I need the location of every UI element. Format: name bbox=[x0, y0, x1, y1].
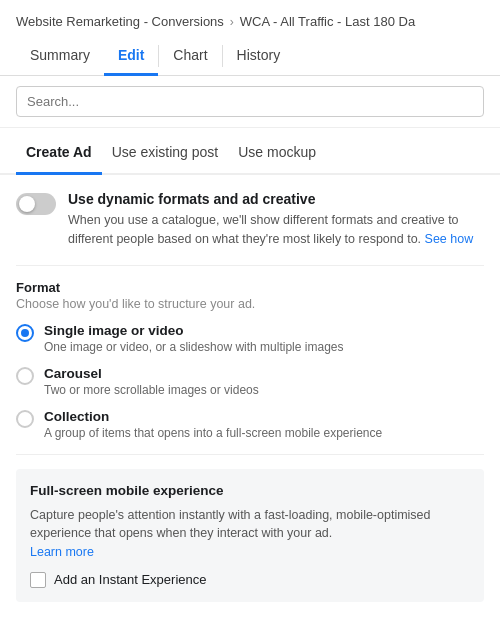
learn-more-link[interactable]: Learn more bbox=[30, 545, 94, 559]
radio-circle-single bbox=[16, 324, 34, 342]
dynamic-formats-title: Use dynamic formats and ad creative bbox=[68, 191, 484, 207]
format-label: Format bbox=[16, 280, 484, 295]
search-input[interactable] bbox=[16, 86, 484, 117]
section-divider-2 bbox=[16, 454, 484, 455]
section-divider-1 bbox=[16, 265, 484, 266]
dynamic-formats-toggle[interactable] bbox=[16, 193, 56, 215]
search-area bbox=[0, 76, 500, 128]
tab-chart[interactable]: Chart bbox=[159, 37, 221, 76]
format-section: Format Choose how you'd like to structur… bbox=[16, 280, 484, 440]
see-how-link[interactable]: See how bbox=[425, 232, 474, 246]
tab-history[interactable]: History bbox=[223, 37, 295, 76]
tab-summary[interactable]: Summary bbox=[16, 37, 104, 76]
radio-carousel[interactable]: Carousel Two or more scrollable images o… bbox=[16, 366, 484, 397]
radio-collection[interactable]: Collection A group of items that opens i… bbox=[16, 409, 484, 440]
ad-type-tabs: Create Ad Use existing post Use mockup bbox=[0, 132, 500, 175]
tab-use-mockup[interactable]: Use mockup bbox=[228, 132, 326, 175]
fullscreen-description: Capture people's attention instantly wit… bbox=[30, 506, 470, 562]
radio-single-image[interactable]: Single image or video One image or video… bbox=[16, 323, 484, 354]
tab-use-existing-post[interactable]: Use existing post bbox=[102, 132, 229, 175]
breadcrumb-part1: Website Remarketing - Conversions bbox=[16, 14, 224, 29]
dynamic-formats-text: Use dynamic formats and ad creative When… bbox=[68, 191, 484, 249]
instant-experience-label: Add an Instant Experience bbox=[54, 572, 207, 587]
radio-circle-carousel bbox=[16, 367, 34, 385]
instant-experience-row: Add an Instant Experience bbox=[30, 572, 470, 588]
instant-experience-checkbox[interactable] bbox=[30, 572, 46, 588]
fullscreen-title: Full-screen mobile experience bbox=[30, 483, 470, 498]
radio-label-carousel: Carousel Two or more scrollable images o… bbox=[44, 366, 259, 397]
top-tabs-nav: Summary Edit Chart History bbox=[0, 37, 500, 76]
fullscreen-section: Full-screen mobile experience Capture pe… bbox=[16, 469, 484, 602]
radio-label-single: Single image or video One image or video… bbox=[44, 323, 343, 354]
dynamic-formats-description: When you use a catalogue, we'll show dif… bbox=[68, 211, 484, 249]
main-content: Use dynamic formats and ad creative When… bbox=[0, 175, 500, 618]
toggle-thumb bbox=[19, 196, 35, 212]
breadcrumb-part2: WCA - All Traffic - Last 180 Da bbox=[240, 14, 415, 29]
dynamic-formats-row: Use dynamic formats and ad creative When… bbox=[16, 191, 484, 249]
format-hint: Choose how you'd like to structure your … bbox=[16, 297, 484, 311]
tab-edit[interactable]: Edit bbox=[104, 37, 158, 76]
radio-circle-collection bbox=[16, 410, 34, 428]
radio-label-collection: Collection A group of items that opens i… bbox=[44, 409, 382, 440]
tab-create-ad[interactable]: Create Ad bbox=[16, 132, 102, 175]
breadcrumb: Website Remarketing - Conversions › WCA … bbox=[0, 0, 500, 29]
breadcrumb-chevron-icon: › bbox=[230, 15, 234, 29]
